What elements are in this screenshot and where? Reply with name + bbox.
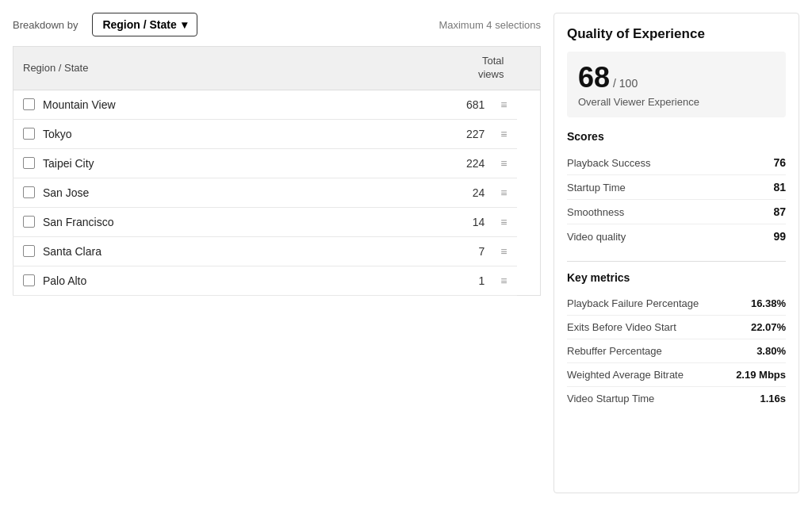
table-row: Palo Alto 1 ≡ <box>13 266 541 295</box>
metric-row: Weighted Average Bitrate 2.19 Mbps <box>567 363 786 387</box>
metric-value: 3.80% <box>756 345 786 357</box>
filter-icon[interactable]: ≡ <box>500 157 507 170</box>
score-value: 76 <box>773 156 786 169</box>
chevron-down-icon: ▾ <box>182 18 187 31</box>
breakdown-label: Breakdown by <box>13 19 78 31</box>
region-cell: Santa Clara <box>13 236 318 266</box>
metric-row: Video Startup Time 1.16s <box>567 387 786 410</box>
views-count: 14 <box>453 216 485 228</box>
score-row: Playback Success 76 <box>567 151 786 175</box>
table-row: Mountain View 681 ≡ <box>13 90 541 119</box>
score-label: Playback Success <box>567 157 651 169</box>
filter-icon[interactable]: ≡ <box>500 128 507 140</box>
overall-score-number: 68 <box>578 61 610 94</box>
overall-score-box: 68 / 100 Overall Viewer Experience <box>567 52 786 117</box>
metric-row: Exits Before Video Start 22.07% <box>567 316 786 339</box>
region-cell: Taipei City <box>13 148 318 178</box>
col-region-header: Region / State <box>13 47 318 90</box>
table-row: San Jose 24 ≡ <box>13 178 541 207</box>
score-row: Video quality 99 <box>567 224 786 248</box>
table-row: San Francisco 14 ≡ <box>13 207 541 236</box>
metrics-section: Key metrics Playback Failure Percentage … <box>567 271 786 410</box>
views-count: 7 <box>453 245 485 258</box>
score-row: Startup Time 81 <box>567 175 786 200</box>
region-name: Santa Clara <box>43 245 308 258</box>
score-label: Startup Time <box>567 182 626 194</box>
filter-icon[interactable]: ≡ <box>500 98 507 111</box>
right-panel: Quality of Experience 68 / 100 Overall V… <box>553 13 799 493</box>
views-cell: 224 ≡ <box>318 148 517 178</box>
table-row: Tokyo 227 ≡ <box>13 119 541 148</box>
row-checkbox[interactable] <box>23 245 35 257</box>
score-value: 99 <box>773 230 786 243</box>
row-checkbox[interactable] <box>23 186 35 198</box>
filter-icon[interactable]: ≡ <box>500 245 507 258</box>
row-checkbox[interactable] <box>23 216 35 228</box>
row-checkbox[interactable] <box>23 157 35 169</box>
views-count: 227 <box>453 128 485 140</box>
metric-label: Exits Before Video Start <box>567 321 676 333</box>
filter-icon[interactable]: ≡ <box>500 216 507 228</box>
metric-row: Rebuffer Percentage 3.80% <box>567 339 786 363</box>
metric-value: 2.19 Mbps <box>736 369 786 381</box>
views-cell: 7 ≡ <box>318 236 517 266</box>
metric-label: Video Startup Time <box>567 393 654 404</box>
score-label: Video quality <box>567 231 626 243</box>
region-cell: Mountain View <box>13 90 318 119</box>
table-row: Taipei City 224 ≡ <box>13 148 541 178</box>
views-count: 24 <box>453 186 485 199</box>
divider <box>567 261 786 262</box>
region-name: Tokyo <box>43 128 308 140</box>
col-views-header: Total views <box>318 47 517 90</box>
overall-score-subtitle: Overall Viewer Experience <box>578 96 775 108</box>
filter-icon[interactable]: ≡ <box>500 186 507 199</box>
views-cell: 227 ≡ <box>318 119 517 148</box>
row-checkbox[interactable] <box>23 274 35 286</box>
metrics-section-title: Key metrics <box>567 271 786 284</box>
views-cell: 1 ≡ <box>318 266 517 295</box>
views-count: 1 <box>453 274 485 287</box>
table-row: Santa Clara 7 ≡ <box>13 236 541 266</box>
views-cell: 681 ≡ <box>318 90 517 119</box>
scores-section: Scores Playback Success 76 Startup Time … <box>567 130 786 248</box>
views-cell: 24 ≡ <box>318 178 517 207</box>
region-name: Mountain View <box>43 98 308 111</box>
row-checkbox[interactable] <box>23 128 35 140</box>
region-name: Palo Alto <box>43 274 308 287</box>
score-value: 81 <box>773 181 786 194</box>
metric-row: Playback Failure Percentage 16.38% <box>567 292 786 316</box>
region-name: Taipei City <box>43 157 308 170</box>
region-name: San Jose <box>43 186 308 199</box>
metric-label: Weighted Average Bitrate <box>567 369 684 381</box>
views-count: 681 <box>453 98 485 111</box>
toolbar: Breakdown by Region / State ▾ Maximum 4 … <box>13 13 541 36</box>
score-value: 87 <box>773 205 786 218</box>
region-cell: Palo Alto <box>13 266 318 295</box>
qoe-title: Quality of Experience <box>567 26 786 42</box>
score-label: Smoothness <box>567 206 624 218</box>
metric-label: Playback Failure Percentage <box>567 297 699 309</box>
scores-section-title: Scores <box>567 130 786 143</box>
filter-icon[interactable]: ≡ <box>500 274 507 287</box>
region-cell: San Jose <box>13 178 318 207</box>
views-count: 224 <box>453 157 485 170</box>
metric-value: 16.38% <box>751 297 786 309</box>
dropdown-label: Region / State <box>102 18 176 31</box>
metric-value: 1.16s <box>760 393 786 404</box>
max-selections-label: Maximum 4 selections <box>439 19 541 31</box>
left-panel: Breakdown by Region / State ▾ Maximum 4 … <box>13 13 541 493</box>
views-cell: 14 ≡ <box>318 207 517 236</box>
region-cell: San Francisco <box>13 207 318 236</box>
region-state-dropdown[interactable]: Region / State ▾ <box>92 13 197 36</box>
region-name: San Francisco <box>43 216 308 228</box>
score-row: Smoothness 87 <box>567 200 786 224</box>
row-checkbox[interactable] <box>23 98 35 110</box>
col-actions-header <box>517 47 541 90</box>
metric-value: 22.07% <box>751 321 786 333</box>
overall-score-denom: / 100 <box>613 77 638 90</box>
region-table: Region / State Total views Mountain View <box>13 46 541 296</box>
region-cell: Tokyo <box>13 119 318 148</box>
metric-label: Rebuffer Percentage <box>567 345 662 357</box>
